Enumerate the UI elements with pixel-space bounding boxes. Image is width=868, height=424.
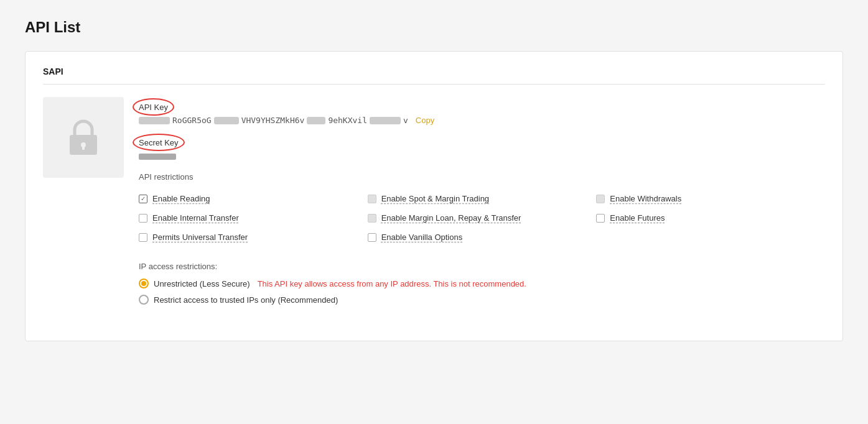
radio-restricted[interactable] <box>139 295 149 305</box>
restriction-enable-internal-transfer: Enable Internal Transfer <box>139 208 368 228</box>
lock-icon-box <box>43 97 124 178</box>
restriction-label-permits-universal-transfer: Permits Universal Transfer <box>152 233 248 242</box>
api-card: SAPI API Key <box>25 51 843 341</box>
key-seg-2: VHV9YHSZMkH6v <box>241 116 305 125</box>
checkbox-enable-vanilla-options[interactable] <box>368 233 376 242</box>
blur-2 <box>214 117 239 124</box>
restriction-enable-spot-margin: Enable Spot & Margin Trading <box>368 189 597 208</box>
secret-key-row: Secret Key <box>139 137 825 160</box>
ip-restrictions-section: IP access restrictions: Unrestricted (Le… <box>139 262 825 305</box>
lock-icon <box>67 119 100 156</box>
checkbox-enable-reading[interactable] <box>139 195 147 203</box>
radio-unrestricted-warning: This API key allows access from any IP a… <box>258 279 526 288</box>
restriction-label-enable-withdrawals: Enable Withdrawals <box>610 194 681 203</box>
api-key-label-wrapper: API Key <box>139 102 168 112</box>
restriction-enable-withdrawals: Enable Withdrawals <box>596 189 825 208</box>
restrictions-title: API restrictions <box>139 172 825 182</box>
restrictions-section: API restrictions Enable Reading <box>139 172 825 247</box>
key-seg-4: v <box>403 116 408 125</box>
restriction-label-enable-vanilla-options: Enable Vanilla Options <box>381 233 463 242</box>
radio-restricted-label: Restrict access to trusted IPs only (Rec… <box>154 295 338 305</box>
restriction-label-enable-spot-margin: Enable Spot & Margin Trading <box>381 194 489 203</box>
restriction-label-enable-internal-transfer: Enable Internal Transfer <box>152 213 239 223</box>
api-key-value-row: RoGGR5oG VHV9YHSZMkH6v 9ehKXvil v Copy <box>139 116 825 125</box>
restrictions-col-1: Enable Spot & Margin Trading Enable Marg… <box>368 189 597 247</box>
checkbox-enable-margin-loan[interactable] <box>368 214 376 223</box>
page-title: API List <box>25 19 843 36</box>
restriction-label-enable-margin-loan: Enable Margin Loan, Repay & Transfer <box>381 213 521 223</box>
key-seg-1: RoGGR5oG <box>172 116 212 125</box>
restriction-enable-futures: Enable Futures <box>596 208 825 228</box>
secret-key-label-wrapper: Secret Key <box>139 137 179 147</box>
checkbox-enable-internal-transfer[interactable] <box>139 214 147 223</box>
restrictions-col-0: Enable Reading Enable Internal Transfer … <box>139 189 368 247</box>
ip-restrictions-title: IP access restrictions: <box>139 262 825 271</box>
restrictions-grid: Enable Reading Enable Internal Transfer … <box>139 189 825 247</box>
restrictions-col-2: Enable Withdrawals Enable Futures <box>596 189 825 247</box>
blur-3 <box>307 117 325 124</box>
page-wrapper: API List SAPI API Key <box>0 0 868 360</box>
restriction-enable-vanilla-options: Enable Vanilla Options <box>368 228 597 247</box>
blur-4 <box>370 117 401 124</box>
svg-rect-2 <box>82 146 85 150</box>
checkbox-enable-withdrawals[interactable] <box>596 195 605 203</box>
checkbox-enable-spot-margin[interactable] <box>368 195 376 203</box>
restriction-enable-margin-loan: Enable Margin Loan, Repay & Transfer <box>368 208 597 228</box>
api-key-row: API Key RoGGR5oG VHV9YHSZMkH6v 9ehKXvil <box>139 102 825 125</box>
restriction-enable-reading: Enable Reading <box>139 189 368 208</box>
radio-unrestricted[interactable] <box>139 279 149 288</box>
checkbox-permits-universal-transfer[interactable] <box>139 233 147 242</box>
restriction-label-enable-reading: Enable Reading <box>152 194 210 203</box>
secret-key-label: Secret Key <box>139 138 179 147</box>
api-key-label: API Key <box>139 103 168 112</box>
checkbox-enable-futures[interactable] <box>596 214 605 223</box>
restriction-permits-universal-transfer: Permits Universal Transfer <box>139 228 368 247</box>
copy-button[interactable]: Copy <box>416 116 434 125</box>
card-section-title: SAPI <box>43 67 825 85</box>
radio-unrestricted-row: Unrestricted (Less Secure) This API key … <box>139 279 825 288</box>
blur-1 <box>139 117 170 124</box>
api-key-section: API Key RoGGR5oG VHV9YHSZMkH6v 9ehKXvil <box>43 97 825 311</box>
secret-key-value <box>139 154 825 160</box>
secret-blur-block <box>139 154 176 160</box>
radio-unrestricted-inner <box>141 281 146 286</box>
restriction-label-enable-futures: Enable Futures <box>610 213 665 223</box>
radio-unrestricted-label: Unrestricted (Less Secure) <box>154 279 250 288</box>
key-seg-3: 9ehKXvil <box>328 116 367 125</box>
api-key-value-line: RoGGR5oG VHV9YHSZMkH6v 9ehKXvil v <box>139 116 408 125</box>
key-details: API Key RoGGR5oG VHV9YHSZMkH6v 9ehKXvil <box>139 97 825 311</box>
radio-restricted-row: Restrict access to trusted IPs only (Rec… <box>139 295 825 305</box>
